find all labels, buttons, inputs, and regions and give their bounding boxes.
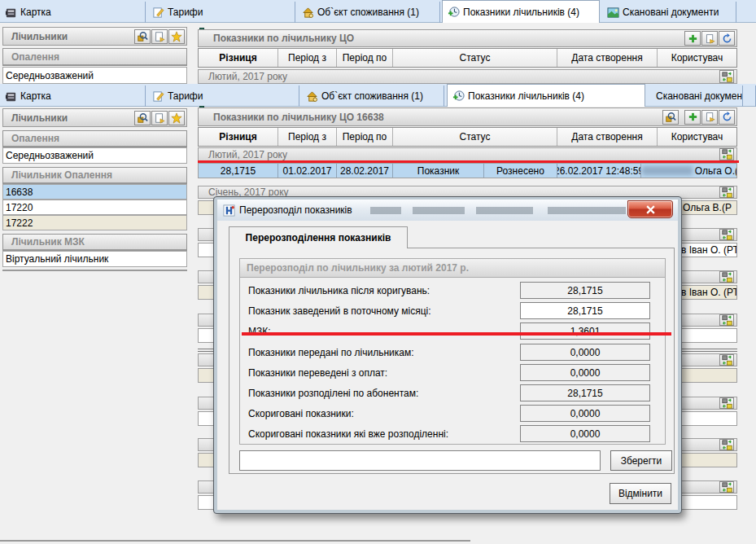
tab-card[interactable]: Картка bbox=[0, 2, 146, 23]
annotation-line-row bbox=[198, 160, 739, 163]
back-table-title: Показники по лічильнику ЦО bbox=[213, 33, 354, 44]
tab-readings-label: Показники лічильників (4) bbox=[463, 7, 579, 18]
item-meter-17222[interactable]: 17222 bbox=[2, 215, 187, 230]
refresh-button[interactable] bbox=[719, 31, 735, 46]
scanned-docs-icon bbox=[607, 7, 619, 19]
tab-tariffs[interactable]: Тарифи bbox=[147, 2, 295, 23]
item-meter-17220[interactable]: 17220 bbox=[2, 200, 187, 215]
star-icon bbox=[171, 112, 182, 124]
add-reading-button[interactable] bbox=[684, 31, 701, 46]
censored-blob bbox=[370, 207, 401, 214]
tab-object[interactable]: Об`єкт споживання (1) bbox=[297, 2, 440, 23]
distributed-to-subscribers-value: 28,1715 bbox=[520, 384, 650, 401]
search-reading-button[interactable] bbox=[662, 110, 679, 125]
group-row-february[interactable]: Лютий, 2017 року bbox=[198, 147, 737, 161]
groupbox-title: Перерозподіл по лічильнику за лютий 2017… bbox=[247, 262, 469, 274]
refresh-icon bbox=[722, 33, 732, 44]
group-mzk: Лічильник МЗК bbox=[2, 234, 187, 251]
tab-partial[interactable] bbox=[745, 86, 756, 107]
mzk-value: 1,3601 bbox=[520, 322, 650, 340]
app-window: Картка Тарифи Об`єкт споживання (1) Пока… bbox=[0, 0, 756, 544]
new-document-icon bbox=[154, 112, 165, 124]
distribute-icon[interactable] bbox=[719, 314, 734, 326]
tab-scans-front[interactable]: Скановані документи bbox=[648, 86, 743, 107]
tab-object-front[interactable]: Об`єкт споживання (1) bbox=[301, 86, 444, 107]
readings-after-corrections-value: 28,1715 bbox=[520, 282, 650, 299]
tab-tariffs-front[interactable]: Тарифи bbox=[147, 86, 299, 107]
table-panel-header: Показники по лічильнику ЦО 16638 bbox=[198, 107, 737, 126]
post-document-icon bbox=[705, 33, 715, 44]
card-icon bbox=[5, 7, 17, 19]
comment-input[interactable] bbox=[239, 450, 601, 471]
back-group-heating: Опалення bbox=[2, 48, 187, 66]
find-meter-button[interactable] bbox=[134, 29, 151, 44]
back-column-headers: Різниця Період з Період по Статус Дата с… bbox=[198, 48, 737, 68]
plus-icon bbox=[688, 33, 698, 44]
house-key-icon bbox=[302, 7, 314, 19]
house-key-icon bbox=[306, 90, 318, 103]
back-table-header: Показники по лічильнику ЦО bbox=[198, 29, 737, 47]
item-virtual-meter[interactable]: Віртуальний лічильник bbox=[2, 251, 187, 267]
star-icon bbox=[171, 31, 182, 42]
distribute-icon[interactable] bbox=[719, 148, 734, 160]
group-heating: Опалення bbox=[2, 130, 187, 147]
favorites-button[interactable] bbox=[168, 29, 185, 44]
favorites-button[interactable] bbox=[168, 111, 185, 125]
tabbar-back: Картка Тарифи Об`єкт споживання (1) Пока… bbox=[0, 0, 756, 23]
sidebar-title: Лічильники bbox=[11, 112, 68, 124]
dialog-title: Перерозподіл показників bbox=[239, 204, 352, 216]
distribute-icon[interactable] bbox=[719, 354, 734, 366]
new-meter-button[interactable] bbox=[151, 111, 168, 125]
item-weighted[interactable]: Середньозважений bbox=[2, 147, 187, 164]
new-document-icon bbox=[154, 31, 165, 42]
tariffs-icon bbox=[152, 90, 164, 103]
distribute-icon[interactable] bbox=[719, 70, 734, 83]
dialog-app-icon bbox=[223, 204, 235, 217]
annotation-line-mzk bbox=[242, 332, 671, 336]
distribute-icon[interactable] bbox=[719, 229, 734, 240]
transferred-from-payments-value: 0,0000 bbox=[520, 364, 650, 381]
dialog-titlebar[interactable]: Перерозподіл показників bbox=[217, 200, 678, 221]
censored-blob bbox=[413, 207, 465, 214]
redistribution-groupbox: Перерозподіл по лічильнику за лютий 2017… bbox=[239, 258, 666, 445]
dialog-tab-redistribution[interactable]: Перерозподілення показників bbox=[229, 226, 408, 248]
current-month-reading-input[interactable]: 28,1715 bbox=[520, 302, 650, 319]
tab-scans[interactable]: Скановані документи bbox=[602, 2, 736, 23]
tab-readings-front[interactable]: Показники лічильників (4) bbox=[447, 84, 645, 107]
post-readings-button[interactable] bbox=[701, 110, 718, 125]
plus-icon bbox=[688, 112, 698, 122]
search-icon bbox=[665, 112, 676, 123]
tab-object-label: Об`єкт споживання (1) bbox=[317, 7, 419, 18]
back-sidebar-title: Лічильники bbox=[11, 31, 68, 42]
refresh-button[interactable] bbox=[719, 110, 735, 125]
tab-card-label: Картка bbox=[20, 7, 51, 18]
post-readings-button[interactable] bbox=[701, 31, 718, 46]
window-bottom-border bbox=[0, 540, 470, 542]
new-meter-button[interactable] bbox=[151, 29, 168, 44]
distribute-icon[interactable] bbox=[719, 439, 734, 450]
redistribution-dialog: Перерозподіл показників Перерозподілення… bbox=[213, 196, 682, 514]
tab-card-front[interactable]: Картка bbox=[0, 86, 146, 107]
item-meter-16638[interactable]: 16638 bbox=[2, 184, 187, 200]
close-button[interactable] bbox=[627, 200, 673, 218]
corrected-distributed-value: 0,0000 bbox=[520, 425, 650, 442]
back-sidebar-header: Лічильники bbox=[2, 27, 187, 46]
save-button[interactable]: Зберегти bbox=[610, 450, 672, 471]
add-reading-button[interactable] bbox=[684, 110, 701, 125]
selected-reading-row[interactable]: 28,1715 01.02.2017 28.02.2017 Показник Р… bbox=[198, 163, 737, 178]
meter-readings-icon bbox=[452, 90, 465, 102]
tariffs-icon bbox=[152, 7, 164, 19]
dialog-tab-page: Перерозподіл по лічильнику за лютий 2017… bbox=[229, 248, 675, 474]
tab-readings-back[interactable]: Показники лічильників (4) bbox=[442, 0, 600, 23]
distribute-icon[interactable] bbox=[719, 481, 734, 493]
distribute-icon[interactable] bbox=[719, 397, 734, 409]
transferred-by-meters-value: 0,0000 bbox=[520, 344, 650, 361]
cancel-button[interactable]: Відмінити bbox=[610, 483, 671, 504]
back-item-weighted[interactable]: Середньозважений bbox=[2, 67, 187, 84]
back-group-row-feb[interactable]: Лютий, 2017 року bbox=[198, 69, 737, 84]
distribute-icon[interactable] bbox=[719, 271, 734, 283]
sidebar-header: Лічильники bbox=[2, 108, 187, 127]
distribute-icon[interactable] bbox=[719, 186, 734, 198]
find-meter-button[interactable] bbox=[134, 111, 151, 125]
meter-readings-icon bbox=[448, 6, 460, 18]
